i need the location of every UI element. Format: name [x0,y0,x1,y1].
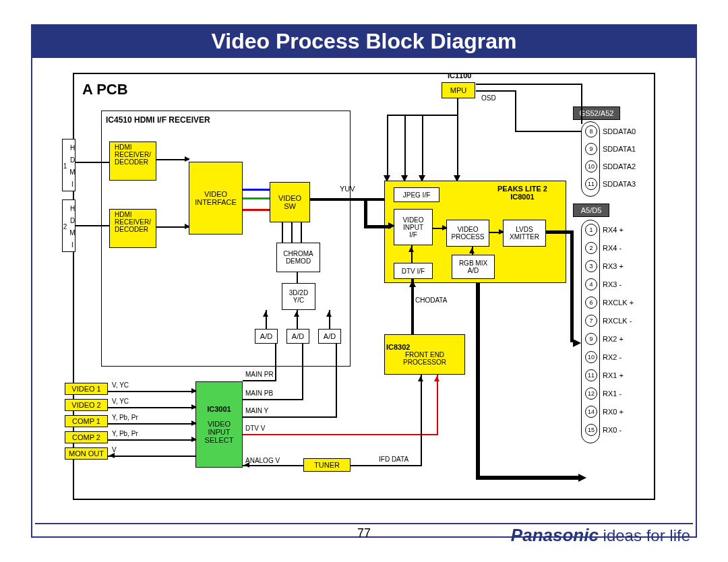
wire [404,115,406,178]
wire [515,90,516,132]
mpu-block: MPU [442,82,475,98]
analogv: ANALOG V [245,457,280,464]
wire [297,272,298,283]
jpeg-if: JPEG I/F [394,187,439,202]
wire [411,279,414,334]
rx-pin-3: 4RX3 - [585,278,621,290]
wire [351,465,422,466]
wire-yuv [310,198,391,201]
lvds-out-v [570,230,574,342]
rx-pin-6: 9RX2 + [585,333,624,345]
wire-red [437,375,438,435]
arrow [326,311,332,317]
wire [108,456,195,457]
frontend-label: FRONT ENDPROCESSOR [403,351,446,366]
arrow [578,474,586,482]
arrow [191,437,197,442]
wire [476,90,516,92]
wire [282,222,283,243]
yuv-label: YUV [340,185,355,193]
arrow [388,222,395,229]
dtvv: DTV V [245,425,265,432]
mainpb: MAIN PB [245,389,273,397]
lvds-xmitter: LVDSXMITTER [503,220,546,247]
arrow [294,311,299,317]
mainy: MAIN Y [245,407,268,414]
wire [421,375,422,466]
rx-pin-10: 14RX0 + [585,406,624,418]
arrow [263,311,268,317]
video1-port: VIDEO 1 [65,383,108,395]
ic4510-label: IC4510 HDMI I/F RECEIVER [106,115,210,125]
slide: Video Process Block Diagram A PCB IC4510… [0,0,728,562]
arrow [191,404,197,410]
a5d5-header: A5/D5 [573,204,609,217]
osd-label: OSD [481,94,496,102]
wire [108,407,195,408]
diagram: A PCB IC4510 HDMI I/F RECEIVER H D M I 1… [73,73,655,500]
wire [336,344,337,418]
arrow [244,462,249,468]
video2-port: VIDEO 2 [65,399,108,411]
arrow [191,420,197,426]
3d2d-yc: 3D/2DY/C [282,283,315,310]
brand: Panasonic ideas for life [511,525,690,546]
wire [243,380,276,381]
wire [515,131,582,132]
wire [243,416,337,418]
sd-pin-0: 8SDDATA0 [585,125,636,137]
wire [243,465,303,466]
wire [156,159,189,160]
arrow [469,248,475,253]
ic3001-block: IC3001 VIDEOINPUTSELECT [195,381,243,468]
vyc2: V, YC [112,398,129,405]
hdmi-port-1: H D M I 1 [62,139,75,191]
rx-pin-5: 7RXCLK - [585,315,632,327]
wire [243,399,303,400]
wire-blue [243,189,270,191]
ypbpr1: Y, Pb, Pr [112,414,138,421]
wire-red [243,209,270,211]
rgb-mix: RGB MIXA/D [452,255,495,279]
rx-pin-0: 1RX4 + [585,224,624,236]
ifd-data: IFD DATA [379,456,408,463]
wire [476,283,480,477]
rx-pin-2: 3RX3 + [585,260,624,272]
rx-pin-1: 2RX4 - [585,242,621,254]
lvds-out [546,230,573,234]
arrow [573,339,581,347]
wire [476,84,582,85]
gs52-header: GS52/A52 [573,106,620,120]
vis-label: VIDEOINPUTSELECT [205,420,234,444]
footer-line [35,523,693,524]
brand-name: Panasonic [511,525,599,545]
arrow [442,225,448,230]
chroma-demod: CHROMADEMOD [276,243,320,272]
ad-2: A/D [286,329,309,344]
tuner-block: TUNER [303,458,351,472]
wire-green [243,197,270,199]
wire [387,115,458,116]
dtv-if: DTV I/F [394,263,433,279]
ypbpr2: Y, Pb, Pr [112,430,138,437]
wire [108,391,195,392]
wire [108,423,195,425]
hdmi-port-2: H D M I 2 [62,199,75,252]
ic1100-label: IC1100 [448,71,471,80]
rx-pin-8: 11RX1 + [585,369,624,381]
video-interface: VIDEOINTERFACE [189,162,243,235]
hdmi-receiver-1: HDMIRECEIVER/DECODER [109,142,156,181]
wire [75,225,109,226]
slide-title: Video Process Block Diagram [212,29,517,54]
wire [364,198,367,228]
brand-tagline: ideas for life [603,526,690,544]
wire [291,222,293,243]
arrow [418,376,423,381]
wire [476,476,580,480]
wire [457,98,458,178]
pcb-label: A PCB [82,81,128,98]
wire [387,115,388,178]
arrow [408,247,414,252]
rx-pin-7: 10RX2 - [585,351,621,363]
wire [301,222,302,243]
